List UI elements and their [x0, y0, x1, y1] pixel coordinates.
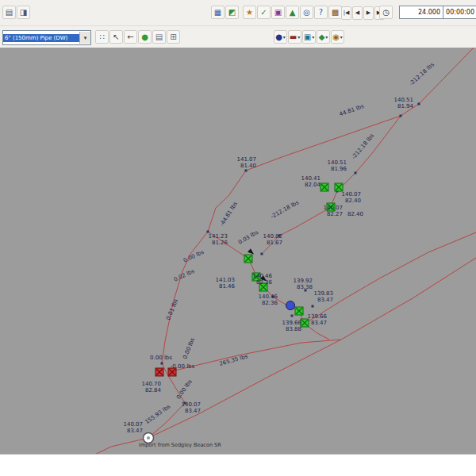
annotation-label: Import from Sedgley Beacon SR — [139, 442, 221, 448]
flextable-icon[interactable]: ▦ — [211, 6, 225, 19]
junction-node[interactable] — [261, 253, 263, 255]
network-elements-icon[interactable]: ∷ — [95, 30, 109, 44]
pump-icon[interactable] — [286, 301, 295, 310]
query-icon: ? — [319, 9, 323, 17]
node-label: 140.51 — [328, 159, 347, 166]
toolbar-group-mini: ▤◨ — [2, 6, 31, 19]
drawing-canvas[interactable]: 141.0781.40140.5181.94140.5181.96140.418… — [0, 48, 476, 454]
contour-icon[interactable]: ◎ — [300, 6, 313, 19]
back-arrow-icon[interactable]: ← — [124, 30, 137, 44]
dropdown-caret-icon[interactable]: ▾ — [340, 35, 343, 40]
keyboard-icon: ▤ — [6, 9, 13, 17]
junction-node[interactable] — [400, 115, 402, 117]
profile-icon: ▲ — [290, 9, 296, 17]
node-label: 82.84 — [145, 387, 162, 393]
compute-icon[interactable]: ★ — [243, 6, 256, 19]
selection-set-icon: ▩ — [332, 9, 339, 17]
step-forward-icon[interactable]: ▶ — [363, 6, 374, 20]
node-label: 81.94 — [397, 103, 414, 109]
valve-tool-icon[interactable]: ◆▾ — [317, 30, 330, 44]
pump-tool-icon: ◉ — [332, 33, 340, 41]
time-browser-icon[interactable]: ◷ — [379, 6, 393, 19]
junction-node[interactable] — [418, 103, 420, 106]
node-label: 140.07 — [342, 191, 362, 198]
symbology-icon[interactable]: ◩ — [225, 6, 239, 19]
junction-node[interactable] — [291, 315, 294, 317]
window-select-icon[interactable]: ◨ — [17, 6, 30, 19]
junction-node[interactable] — [312, 305, 314, 308]
select-arrow-icon: ↖ — [113, 33, 119, 41]
junction-node[interactable] — [245, 170, 248, 172]
node-label: 81.96 — [331, 166, 347, 172]
validate-icon[interactable]: ✓ — [257, 6, 271, 19]
junction-node[interactable] — [355, 172, 357, 175]
node-label: 141.03 — [216, 277, 236, 283]
node-label: 82.36 — [262, 300, 278, 306]
node-label: 139.66 — [282, 320, 302, 326]
node-label: 140.82 — [263, 233, 283, 240]
node-label: 140.46 — [253, 273, 273, 279]
node-label: 139.66 — [308, 313, 328, 320]
network-canvas[interactable]: 141.0781.40140.5181.94140.5181.96140.418… — [0, 48, 476, 454]
tank-tool-icon: ▣ — [304, 33, 311, 41]
node-label: 139.92 — [294, 278, 313, 284]
step-forward-icon: ▶ — [367, 10, 370, 16]
contour-icon: ◎ — [303, 9, 310, 17]
node-label: 140.51 — [394, 97, 414, 103]
dropdown-caret-icon[interactable]: ▾ — [283, 35, 286, 40]
node-label: 83.47 — [127, 428, 143, 434]
element-type-combo[interactable]: 6" (150mm) Pipe (DW) ▾ — [2, 30, 91, 45]
printer-icon: ▤ — [155, 33, 163, 41]
scenarios-icon[interactable]: ▣ — [271, 6, 285, 19]
tank-tool-icon[interactable]: ▣▾ — [302, 30, 316, 44]
query-icon[interactable]: ? — [314, 6, 328, 19]
junction-tool-icon: ● — [275, 33, 282, 41]
step-back-icon: ◀ — [355, 10, 359, 16]
node-label: 141.07 — [237, 156, 257, 163]
combo-caret-icon[interactable]: ▾ — [79, 32, 90, 44]
dropdown-caret-icon[interactable]: ▾ — [298, 35, 300, 40]
node-label: 81.40 — [240, 163, 256, 169]
grid-icon: ⊞ — [170, 33, 176, 41]
compute-icon: ★ — [246, 9, 253, 17]
node-label: 82.40 — [347, 211, 363, 217]
node-label: 81.26 — [212, 240, 228, 246]
skip-start-icon[interactable]: |◀ — [341, 6, 351, 20]
validate-icon: ✓ — [260, 9, 267, 17]
node-label: 83.38 — [297, 284, 313, 290]
pump-tool-icon[interactable]: ◉▾ — [331, 30, 344, 44]
toolbar-group-compute: ★✓▣ — [243, 6, 286, 19]
dropdown-caret-icon[interactable]: ▾ — [312, 35, 314, 40]
keyboard-icon[interactable]: ▤ — [2, 6, 16, 19]
flextable-icon: ▦ — [214, 9, 221, 17]
skip-start-icon: |◀ — [344, 10, 350, 16]
pipe-tool-icon: ▬ — [290, 33, 297, 41]
profile-icon[interactable]: ▲ — [286, 6, 299, 19]
node-label: 83.47 — [317, 297, 333, 303]
color-fill-icon[interactable]: ● — [138, 30, 152, 44]
network-elements-icon: ∷ — [99, 33, 104, 41]
printer-icon[interactable]: ▤ — [152, 30, 166, 44]
selection-set-icon[interactable]: ▩ — [328, 6, 342, 19]
symbology-icon: ◩ — [228, 9, 236, 17]
node-label: 82.04 — [305, 182, 321, 188]
app-window: ▤◨ ▦◩ ★✓▣ ▲◎?▩ |◀◀▶▶| ◷ 6" (150mm) Pipe … — [0, 0, 476, 476]
step-back-icon[interactable]: ◀ — [352, 6, 363, 20]
node-label: 83.47 — [311, 320, 327, 326]
time-step-input[interactable] — [399, 6, 443, 19]
junction-node[interactable] — [161, 363, 163, 365]
valve-tool-icon: ◆ — [319, 33, 325, 41]
clock-input[interactable] — [443, 6, 476, 19]
node-label: 140.07 — [324, 205, 344, 211]
dropdown-caret-icon[interactable]: ▾ — [325, 35, 328, 40]
node-label: 140.07 — [182, 401, 202, 408]
flow-label: 0.00 lbs — [150, 355, 172, 361]
node-label: 139.83 — [314, 290, 334, 297]
junction-tool-icon[interactable]: ●▾ — [274, 30, 287, 44]
select-arrow-icon[interactable]: ↖ — [109, 30, 123, 44]
node-label: 140.70 — [142, 381, 162, 387]
grid-icon[interactable]: ⊞ — [167, 30, 180, 44]
toolbar-group-tables: ▦◩ — [211, 6, 240, 19]
pipe-tool-icon[interactable]: ▬▾ — [288, 30, 301, 44]
toolbar-group-edit-tools: ∷↖←●▤⊞ — [95, 30, 181, 44]
